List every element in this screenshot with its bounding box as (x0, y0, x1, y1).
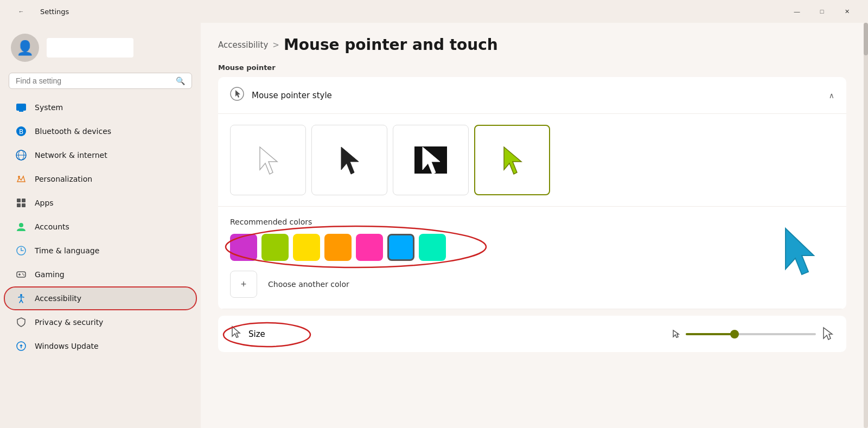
system-icon (15, 101, 27, 113)
svg-point-7 (18, 176, 20, 178)
sidebar-item-bluetooth[interactable]: B Bluetooth & devices (4, 120, 196, 143)
search-box[interactable]: 🔍 (9, 73, 192, 89)
svg-point-17 (22, 273, 23, 274)
svg-point-19 (20, 294, 22, 296)
color-swatch-cyan[interactable] (387, 234, 414, 261)
back-button[interactable]: ← (9, 3, 34, 20)
maximize-button[interactable]: □ (809, 3, 834, 20)
cursor-custom-option[interactable] (474, 125, 550, 195)
color-swatch-pink[interactable] (356, 234, 383, 261)
sidebar-item-label-network: Network & internet (35, 151, 107, 159)
color-swatch-orange[interactable] (324, 234, 352, 261)
close-icon: ✕ (845, 8, 850, 15)
minimize-icon: — (794, 8, 800, 15)
sidebar-item-label-privacy: Privacy & security (35, 318, 103, 327)
breadcrumb-link[interactable]: Accessibility (218, 40, 268, 50)
svg-point-12 (19, 223, 23, 227)
user-icon: 👤 (16, 40, 34, 56)
sidebar-item-timelang[interactable]: Time & language (4, 239, 196, 262)
winupdate-icon (15, 340, 27, 352)
sidebar-item-label-gaming: Gaming (35, 270, 65, 279)
sidebar-item-apps[interactable]: Apps (4, 191, 196, 214)
color-swatch-purple[interactable] (230, 234, 257, 261)
cursor-white-option[interactable] (230, 125, 306, 195)
search-input[interactable] (16, 76, 171, 85)
bluetooth-icon: B (15, 125, 27, 137)
color-swatch-lime[interactable] (261, 234, 289, 261)
sidebar-item-network[interactable]: Network & internet (4, 144, 196, 167)
maximize-icon: □ (820, 8, 824, 15)
choose-color-label: Choose another color (268, 280, 349, 289)
titlebar-left: ← Settings (9, 3, 69, 20)
cursor-style-options (218, 114, 846, 207)
mouse-pointer-style-card: Mouse pointer style ∧ (218, 77, 846, 309)
size-small-icon (672, 329, 680, 339)
apps-icon (15, 197, 27, 209)
sidebar-item-label-accounts: Accounts (35, 222, 69, 231)
size-cursor-icon (230, 325, 242, 342)
sidebar-item-label-winupdate: Windows Update (35, 342, 99, 350)
svg-point-18 (23, 274, 24, 276)
gaming-icon (15, 269, 27, 280)
pointer-style-icon (230, 87, 244, 104)
sidebar-item-accessibility[interactable]: Accessibility (4, 287, 196, 310)
sidebar-header: 👤 (0, 23, 201, 71)
network-icon (15, 149, 27, 161)
timelang-icon (15, 245, 27, 257)
titlebar: ← Settings — □ ✕ (0, 0, 868, 23)
app-title: Settings (40, 8, 69, 16)
personalization-icon (15, 173, 27, 185)
sidebar-item-label-accessibility: Accessibility (35, 294, 81, 303)
colors-left: Recommended colors (230, 218, 748, 298)
cursor-black-option[interactable] (311, 125, 387, 195)
svg-rect-11 (22, 203, 25, 207)
accounts-icon (15, 221, 27, 233)
sidebar-item-label-system: System (35, 103, 63, 112)
color-swatch-teal[interactable] (419, 234, 446, 261)
accessibility-icon (15, 292, 27, 304)
sidebar-item-system[interactable]: System (4, 96, 196, 119)
card-header-left: Mouse pointer style (230, 87, 332, 104)
pointer-style-title: Mouse pointer style (252, 91, 332, 100)
size-right (672, 327, 834, 342)
svg-rect-14 (17, 272, 25, 277)
user-name (47, 38, 133, 58)
size-label: Size (248, 329, 265, 339)
svg-rect-1 (19, 111, 23, 112)
svg-rect-10 (17, 203, 21, 207)
sidebar-item-personalization[interactable]: Personalization (4, 168, 196, 190)
size-card: Size (218, 316, 846, 352)
avatar[interactable]: 👤 (11, 34, 39, 62)
color-swatch-yellow[interactable] (293, 234, 320, 261)
sidebar-item-label-apps: Apps (35, 199, 54, 207)
back-icon: ← (18, 8, 24, 15)
cursor-color-preview (769, 218, 834, 283)
size-left: Size (230, 325, 265, 342)
scrollbar[interactable] (864, 23, 868, 428)
minimize-button[interactable]: — (784, 3, 809, 20)
section-label: Mouse pointer (218, 63, 846, 72)
privacy-icon (15, 316, 27, 328)
svg-rect-0 (16, 104, 26, 111)
sidebar-item-winupdate[interactable]: Windows Update (4, 335, 196, 357)
breadcrumb: Accessibility > Mouse pointer and touch (218, 36, 846, 54)
sidebar-item-label-bluetooth: Bluetooth & devices (35, 127, 111, 136)
app-body: 👤 🔍 System B Bluetooth & devices Netwo (0, 23, 868, 428)
cursor-invert-option[interactable] (393, 125, 469, 195)
breadcrumb-sep: > (272, 40, 279, 50)
colors-section: Recommended colors (218, 207, 846, 309)
size-slider[interactable] (686, 329, 816, 340)
sidebar-item-label-personalization: Personalization (35, 175, 92, 183)
close-button[interactable]: ✕ (834, 3, 859, 20)
page-title: Mouse pointer and touch (284, 36, 498, 54)
mouse-pointer-style-header[interactable]: Mouse pointer style ∧ (218, 77, 846, 114)
svg-text:B: B (19, 128, 23, 136)
sidebar: 👤 🔍 System B Bluetooth & devices Netwo (0, 23, 201, 428)
sidebar-item-accounts[interactable]: Accounts (4, 215, 196, 238)
sidebar-item-gaming[interactable]: Gaming (4, 263, 196, 286)
recommended-colors-label: Recommended colors (230, 218, 748, 226)
window-controls: — □ ✕ (784, 3, 859, 20)
content-area: Accessibility > Mouse pointer and touch … (201, 23, 864, 428)
sidebar-item-privacy[interactable]: Privacy & security (4, 311, 196, 334)
add-color-button[interactable]: + (230, 271, 257, 298)
